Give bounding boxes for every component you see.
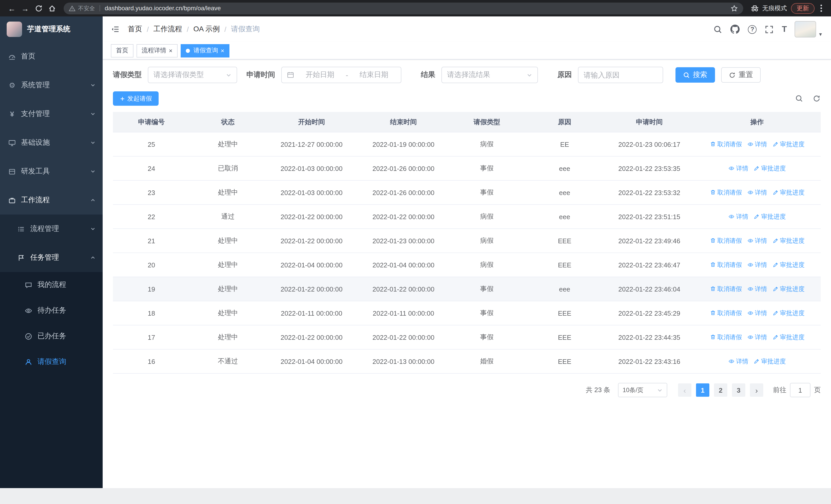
detail-link[interactable]: 详情	[747, 261, 767, 269]
cancel-leave-link[interactable]: 取消请假	[710, 285, 742, 293]
menu-fold-button[interactable]	[111, 25, 120, 33]
refresh-table-button[interactable]	[812, 94, 821, 102]
page-button-2[interactable]: 2	[714, 383, 727, 397]
approval-progress-link[interactable]: 审批进度	[753, 164, 786, 173]
goto-page-input[interactable]	[790, 383, 810, 397]
cancel-leave-link[interactable]: 取消请假	[710, 261, 742, 269]
leave-type-select[interactable]: 请选择请假类型	[148, 67, 237, 83]
user-menu[interactable]: ▼	[795, 21, 823, 37]
cell-leave-type: 病假	[450, 205, 524, 228]
sidebar-item-system[interactable]: ⚙ 系统管理	[0, 71, 103, 99]
sidebar-item-todo-tasks[interactable]: 待办任务	[0, 298, 103, 323]
detail-link[interactable]: 详情	[747, 333, 767, 342]
next-page-button[interactable]: ›	[750, 383, 763, 397]
header-search-button[interactable]	[714, 25, 722, 34]
search-button[interactable]: 搜索	[676, 67, 715, 83]
cell-leave-type: 病假	[450, 132, 524, 156]
sidebar-item-process-management[interactable]: 流程管理	[0, 214, 103, 243]
create-leave-button[interactable]: 发起请假	[113, 91, 159, 106]
column-header: 申请时间	[605, 112, 693, 132]
sidebar-item-payment[interactable]: ¥ 支付管理	[0, 99, 103, 128]
result-select[interactable]: 请选择流结果	[441, 67, 538, 83]
detail-link[interactable]: 详情	[747, 188, 767, 197]
apply-time-range-picker[interactable]: 开始日期 - 结束日期	[281, 67, 401, 83]
approval-progress-link[interactable]: 审批进度	[772, 261, 805, 269]
detail-link[interactable]: 详情	[728, 357, 748, 366]
page-button-1[interactable]: 1	[696, 383, 709, 397]
detail-link[interactable]: 详情	[728, 164, 748, 173]
detail-link[interactable]: 详情	[747, 236, 767, 245]
tab-label: 请假查询	[194, 46, 218, 55]
cell-status: 处理中	[190, 181, 266, 204]
address-bar[interactable]: 不安全 dashboard.yudao.iocoder.cn/bpm/oa/le…	[64, 2, 743, 14]
detail-link[interactable]: 详情	[747, 285, 767, 293]
incognito-label: 无痕模式	[762, 4, 787, 12]
close-icon[interactable]: ×	[221, 48, 224, 54]
browser-home-button[interactable]	[45, 2, 58, 15]
sidebar-item-leave-query[interactable]: 请假查询	[0, 349, 103, 375]
chevron-up-icon	[90, 255, 95, 260]
sidebar-item-devtools[interactable]: 研发工具	[0, 157, 103, 186]
approval-progress-link[interactable]: 审批进度	[772, 333, 805, 342]
approval-progress-link[interactable]: 审批进度	[772, 140, 805, 149]
browser-forward-button[interactable]: →	[19, 2, 32, 15]
toggle-search-button[interactable]	[795, 94, 803, 102]
create-leave-label: 发起请假	[127, 94, 152, 103]
breadcrumb-item[interactable]: 工作流程	[153, 25, 182, 34]
cancel-leave-link[interactable]: 取消请假	[710, 309, 742, 318]
cancel-leave-link[interactable]: 取消请假	[710, 188, 742, 197]
tab-leave-query[interactable]: 请假查询 ×	[181, 44, 229, 57]
sidebar-item-my-process[interactable]: 我的流程	[0, 272, 103, 298]
approval-progress-link[interactable]: 审批进度	[772, 188, 805, 197]
detail-link[interactable]: 详情	[747, 309, 767, 318]
cell-apply-id: 16	[113, 350, 190, 373]
page-button-3[interactable]: 3	[732, 383, 745, 397]
sidebar-item-workflow[interactable]: 工作流程	[0, 186, 103, 214]
sidebar-item-home[interactable]: 首页	[0, 42, 103, 71]
approval-progress-link[interactable]: 审批进度	[753, 357, 786, 366]
app-logo[interactable]: 芋道管理系统	[0, 17, 103, 42]
detail-link[interactable]: 详情	[747, 140, 767, 149]
detail-label: 详情	[736, 164, 748, 173]
tab-home[interactable]: 首页	[111, 44, 134, 57]
cell-end-time: 2022-01-19 00:00:00	[357, 132, 450, 156]
breadcrumb-item[interactable]: 首页	[128, 25, 142, 34]
github-link[interactable]	[730, 25, 740, 34]
help-button[interactable]: ?	[748, 25, 757, 34]
sidebar-item-done-tasks[interactable]: 已办任务	[0, 323, 103, 349]
reason-input[interactable]	[583, 71, 658, 79]
url-text[interactable]: dashboard.yudao.iocoder.cn/bpm/oa/leave	[105, 5, 730, 12]
browser-reload-button[interactable]	[32, 2, 45, 15]
table-row: 22 通过 2022-01-22 00:00:00 2022-01-22 00:…	[113, 205, 821, 229]
approval-progress-link[interactable]: 审批进度	[772, 236, 805, 245]
reset-button[interactable]: 重置	[721, 67, 761, 83]
site-security-chip[interactable]: 不安全	[69, 4, 95, 12]
yen-icon: ¥	[8, 110, 16, 118]
browser-update-button[interactable]: 更新	[791, 3, 814, 13]
close-icon[interactable]: ×	[169, 48, 172, 54]
browser-menu-button[interactable]	[816, 3, 826, 14]
fullscreen-button[interactable]	[765, 25, 774, 34]
tab-process-detail[interactable]: 流程详情 ×	[137, 44, 178, 57]
eye-icon	[25, 307, 32, 314]
cancel-leave-link[interactable]: 取消请假	[710, 140, 742, 149]
approval-progress-link[interactable]: 审批进度	[772, 309, 805, 318]
approval-progress-link[interactable]: 审批进度	[753, 212, 786, 221]
font-size-button[interactable]: T	[782, 25, 786, 34]
page-size-select[interactable]: 10条/页	[618, 383, 667, 397]
detail-link[interactable]: 详情	[728, 212, 748, 221]
cancel-leave-link[interactable]: 取消请假	[710, 236, 742, 245]
browser-back-button[interactable]: ←	[5, 2, 19, 15]
sidebar-item-label: 待办任务	[37, 306, 66, 315]
sidebar-item-infra[interactable]: 基础设施	[0, 128, 103, 157]
user-icon	[25, 358, 32, 366]
prev-page-button[interactable]: ‹	[678, 383, 691, 397]
bookmark-star-button[interactable]	[730, 4, 738, 12]
approval-progress-label: 审批进度	[761, 164, 786, 173]
cell-end-time: 2022-01-22 00:00:00	[357, 205, 450, 228]
approval-progress-link[interactable]: 审批进度	[772, 285, 805, 293]
cancel-leave-link[interactable]: 取消请假	[710, 333, 742, 342]
tab-label: 首页	[116, 46, 128, 55]
breadcrumb-item[interactable]: OA 示例	[194, 25, 220, 34]
sidebar-item-task-management[interactable]: 任务管理	[0, 243, 103, 272]
